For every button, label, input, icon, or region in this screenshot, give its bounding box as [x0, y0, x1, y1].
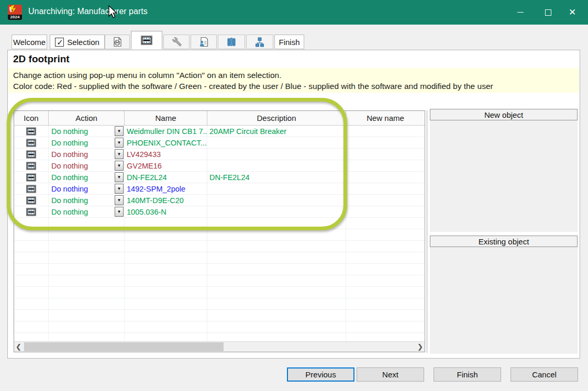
row-action-label: Do nothing: [51, 150, 88, 159]
tab-type-database[interactable]: [191, 35, 217, 49]
row-action-cell[interactable]: Do nothing ▼: [49, 195, 125, 206]
row-name: 140MT-D9E-C20: [125, 195, 207, 206]
action-dropdown-button[interactable]: ▼: [115, 207, 124, 217]
empty-table-row: [14, 229, 425, 241]
cancel-button[interactable]: Cancel: [511, 367, 578, 382]
action-dropdown-button[interactable]: ▼: [115, 138, 124, 148]
row-action-cell[interactable]: Do nothing ▼: [49, 206, 125, 217]
horizontal-scrollbar[interactable]: ❮ ❯: [14, 341, 425, 352]
row-description: [207, 149, 346, 160]
table-row[interactable]: Do nothing ▼ 1492-SPM_2pole: [14, 183, 425, 195]
row-description: [207, 195, 346, 206]
action-dropdown-button[interactable]: ▼: [115, 195, 124, 205]
next-button[interactable]: Next: [357, 367, 424, 382]
chevron-down-icon: ▼: [117, 210, 121, 214]
content-panel: 2D footprint Change action using pop-up …: [7, 50, 580, 359]
empty-table-row: [14, 252, 425, 264]
row-new-name: [346, 126, 425, 137]
maximize-button[interactable]: [536, 0, 560, 25]
table-row[interactable]: Do nothing ▼ 140MT-D9E-C20: [14, 195, 425, 206]
new-object-label: New object: [484, 110, 523, 119]
table-row[interactable]: Do nothing ▼ Weidmuller DIN CB1 7... 20A…: [14, 126, 425, 137]
column-header-icon[interactable]: Icon: [14, 111, 49, 125]
scroll-right-arrow-icon[interactable]: ❯: [416, 342, 425, 352]
row-action-label: Do nothing: [51, 139, 88, 147]
table-row[interactable]: Do nothing ▼ DN-FE2L24 DN-FE2L24: [14, 172, 425, 183]
minimize-button[interactable]: [508, 0, 532, 25]
existing-object-header: Existing object: [430, 236, 578, 247]
row-name: GV2ME16: [125, 160, 207, 171]
tab-catalog[interactable]: [218, 35, 245, 49]
table-row[interactable]: Do nothing ▼ 1005.036-N: [14, 206, 425, 218]
footprint-icon: [26, 208, 36, 216]
row-name: LV429433: [125, 149, 207, 160]
action-dropdown-button[interactable]: ▼: [115, 172, 124, 182]
page-title: 2D footprint: [13, 53, 70, 65]
row-icon-cell: [14, 137, 49, 148]
row-new-name: [346, 183, 425, 194]
row-name: 1005.036-N: [125, 206, 207, 217]
footprint-icon: [26, 196, 36, 205]
tab-finish-label: Finish: [279, 38, 299, 47]
finish-button[interactable]: Finish: [434, 367, 501, 382]
chevron-down-icon: ▼: [117, 141, 121, 145]
column-header-new-name[interactable]: New name: [346, 111, 425, 125]
network-icon: [254, 37, 265, 47]
close-icon: ✕: [569, 8, 576, 17]
symbol-document-icon: [112, 37, 123, 47]
row-description: DN-FE2L24: [207, 172, 346, 183]
column-header-name[interactable]: Name: [125, 111, 207, 125]
row-icon-cell: [14, 172, 49, 183]
tab-selection[interactable]: ✓ Selection: [50, 35, 105, 49]
tab-2d-footprint[interactable]: [131, 31, 162, 49]
chevron-down-icon: ▼: [117, 129, 121, 133]
row-name: 1492-SPM_2pole: [125, 183, 207, 194]
tab-tools[interactable]: [163, 35, 190, 49]
table-row[interactable]: Do nothing ▼ GV2ME16: [14, 160, 425, 172]
footprint-icon: [26, 150, 36, 159]
tab-welcome[interactable]: Welcome: [12, 35, 47, 49]
scroll-left-arrow-icon[interactable]: ❮: [14, 342, 23, 352]
row-name: Weidmuller DIN CB1 7...: [125, 126, 207, 137]
instructions-box: Change action using pop-up menu in colum…: [8, 68, 579, 93]
column-header-action[interactable]: Action: [49, 111, 125, 125]
table-row[interactable]: Do nothing ▼ PHOENIX_CONTACT...: [14, 137, 425, 149]
scrollbar-thumb[interactable]: [24, 342, 224, 351]
tab-symbol[interactable]: [105, 35, 130, 49]
row-description: [207, 137, 346, 148]
row-action-cell[interactable]: Do nothing ▼: [49, 172, 125, 183]
row-action-cell[interactable]: Do nothing ▼: [49, 137, 125, 148]
row-action-cell[interactable]: Do nothing ▼: [49, 149, 125, 160]
person-document-icon: [198, 37, 209, 47]
selection-checkbox[interactable]: ✓: [55, 38, 64, 47]
row-icon-cell: [14, 206, 49, 217]
previous-button[interactable]: Previous: [287, 367, 354, 382]
row-action-label: Do nothing: [51, 173, 88, 182]
table-body: Do nothing ▼ Weidmuller DIN CB1 7... 20A…: [14, 126, 425, 344]
empty-table-row: [14, 298, 425, 310]
table-row[interactable]: Do nothing ▼ LV429433: [14, 149, 425, 160]
mouse-cursor: [107, 5, 119, 19]
column-header-description[interactable]: Description: [207, 111, 346, 125]
new-object-header: New object: [430, 109, 578, 120]
tab-structure[interactable]: [246, 35, 273, 49]
lightning-bolt-icon: [8, 5, 22, 16]
existing-object-label: Existing object: [479, 237, 529, 246]
row-action-cell[interactable]: Do nothing ▼: [49, 126, 125, 137]
action-dropdown-button[interactable]: ▼: [115, 126, 124, 136]
chevron-down-icon: ▼: [117, 198, 121, 203]
row-action-cell[interactable]: Do nothing ▼: [49, 183, 125, 194]
action-dropdown-button[interactable]: ▼: [115, 161, 124, 171]
row-action-cell[interactable]: Do nothing ▼: [49, 160, 125, 171]
tab-finish[interactable]: Finish: [274, 35, 304, 49]
row-new-name: [346, 160, 425, 171]
empty-table-row: [14, 321, 425, 333]
instruction-line-1: Change action using pop-up menu in colum…: [13, 70, 574, 81]
action-dropdown-button[interactable]: ▼: [115, 149, 124, 159]
close-button[interactable]: ✕: [560, 0, 584, 25]
action-dropdown-button[interactable]: ▼: [115, 184, 124, 194]
row-action-label: Do nothing: [51, 208, 88, 216]
tab-welcome-label: Welcome: [13, 38, 46, 47]
maximize-icon: [545, 9, 551, 16]
empty-table-row: [14, 287, 425, 298]
